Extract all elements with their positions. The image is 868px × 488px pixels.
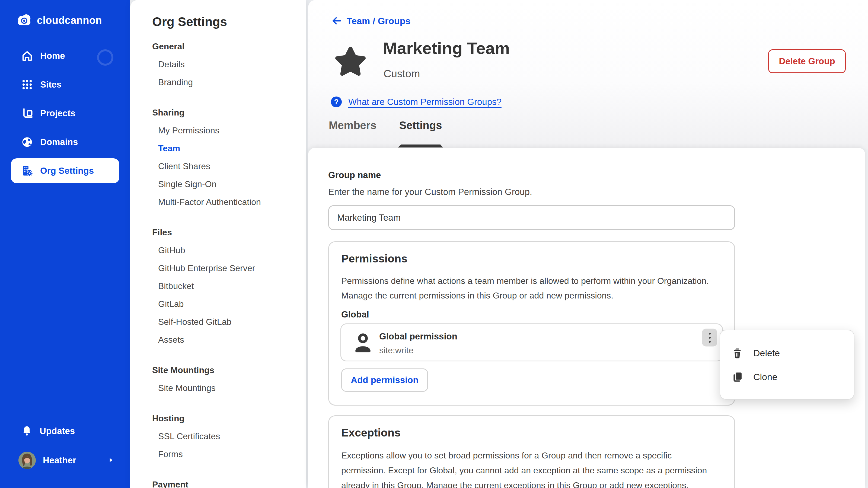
nav-item-multi-factor-authentication[interactable]: Multi-Factor Authentication	[130, 193, 306, 211]
sidebar-item-projects[interactable]: Projects	[11, 101, 119, 126]
brand-name: cloudcannon	[37, 14, 102, 26]
cloudcannon-logo-icon	[16, 12, 33, 29]
nav-item-forms[interactable]: Forms	[130, 445, 306, 463]
group-type-label: Custom	[383, 68, 420, 80]
sidebar-item-label: Domains	[40, 137, 78, 147]
permission-context-menu: Delete Clone	[720, 330, 855, 400]
permissions-panel: Permissions Permissions define what acti…	[328, 241, 735, 405]
bell-icon	[21, 425, 33, 437]
permissions-title: Permissions	[341, 252, 407, 265]
exceptions-title: Exceptions	[341, 426, 401, 439]
nav-section-payment: Payment	[130, 476, 306, 488]
clone-icon	[731, 370, 744, 383]
back-arrow-icon	[331, 15, 342, 27]
projects-icon	[21, 107, 34, 120]
sidebar-item-label: Home	[40, 51, 65, 61]
breadcrumb[interactable]: Team / Groups	[331, 15, 411, 27]
sidebar-item-domains[interactable]: Domains	[11, 130, 119, 155]
nav-item-team[interactable]: Team	[130, 139, 306, 157]
breadcrumb-label: Team / Groups	[347, 16, 411, 26]
nav-item-site-mountings[interactable]: Site Mountings	[130, 379, 306, 397]
nav-section-files: Files GitHub GitHub Enterprise Server Bi…	[130, 223, 306, 349]
nav-item-ssl-certificates[interactable]: SSL Certificates	[130, 427, 306, 445]
permissions-description: Permissions define what actions a team m…	[341, 273, 709, 303]
nav-item-gitlab[interactable]: GitLab	[130, 295, 306, 313]
group-header: Team / Groups Marketing Team Custom Dele…	[308, 0, 868, 149]
sidebar-item-updates[interactable]: Updates	[11, 419, 119, 444]
org-settings-building-gear-icon	[21, 164, 34, 177]
home-icon	[21, 50, 34, 62]
add-permission-button[interactable]: Add permission	[341, 368, 428, 392]
help-link: What are Custom Permission Groups?	[348, 97, 501, 107]
group-name-input[interactable]	[328, 205, 735, 230]
star-icon	[332, 43, 372, 81]
trash-icon	[731, 347, 744, 359]
context-menu-clone[interactable]: Clone	[720, 365, 854, 389]
user-menu[interactable]: Heather	[11, 447, 119, 474]
kebab-menu-button[interactable]	[702, 329, 717, 347]
nav-item-assets[interactable]: Assets	[130, 331, 306, 349]
nav-item-bitbucket[interactable]: Bitbucket	[130, 277, 306, 295]
sidebar-item-sites[interactable]: Sites	[11, 72, 119, 97]
group-name-label: Group name	[328, 170, 381, 180]
user-name: Heather	[43, 455, 76, 465]
tab-members[interactable]: Members	[329, 119, 376, 147]
sidebar-item-label: Projects	[40, 108, 75, 119]
permission-row: Global permission site:write	[340, 323, 723, 361]
nav-item-github-enterprise-server[interactable]: GitHub Enterprise Server	[130, 259, 306, 277]
help-link-row[interactable]: ? What are Custom Permission Groups?	[331, 97, 501, 107]
nav-section-hosting: Hosting SSL Certificates Forms	[130, 410, 306, 463]
org-settings-nav-title: Org Settings	[152, 14, 306, 29]
sites-grid-icon	[21, 78, 34, 91]
nav-item-github[interactable]: GitHub	[130, 241, 306, 259]
nav-item-details[interactable]: Details	[130, 55, 306, 73]
org-settings-nav: Org Settings General Details Branding Sh…	[130, 0, 306, 488]
loading-spinner	[97, 50, 113, 66]
cloudcannon-logo[interactable]: cloudcannon	[16, 12, 102, 29]
main-panel: Team / Groups Marketing Team Custom Dele…	[308, 0, 868, 488]
nav-item-self-hosted-gitlab[interactable]: Self-Hosted GitLab	[130, 313, 306, 331]
permission-name: Global permission	[379, 331, 457, 341]
help-icon: ?	[331, 97, 342, 107]
context-menu-item-label: Delete	[753, 348, 780, 358]
nav-section-site-mountings: Site Mountings Site Mountings	[130, 361, 306, 397]
exceptions-description: Exceptions allow you to set broad permis…	[341, 448, 707, 488]
page-title: Marketing Team	[383, 38, 510, 58]
nav-section-general: General Details Branding	[130, 37, 306, 91]
avatar	[19, 452, 36, 469]
cloudcannon-app: cloudcannon Home Sit	[0, 0, 868, 488]
primary-sidebar: cloudcannon Home Sit	[0, 0, 130, 488]
exceptions-panel: Exceptions Exceptions allow you to set b…	[328, 415, 735, 488]
group-name-description: Enter the name for your Custom Permissio…	[328, 187, 532, 197]
tab-settings[interactable]: Settings	[399, 119, 442, 147]
sidebar-item-label: Updates	[40, 426, 75, 436]
nav-item-client-shares[interactable]: Client Shares	[130, 157, 306, 175]
permission-value: site:write	[379, 346, 413, 355]
sidebar-item-org-settings[interactable]: Org Settings	[11, 158, 119, 183]
person-icon	[351, 331, 375, 355]
nav-item-branding[interactable]: Branding	[130, 73, 306, 91]
group-tabs: Members Settings	[329, 119, 442, 147]
context-menu-delete[interactable]: Delete	[720, 341, 854, 365]
delete-group-button[interactable]: Delete Group	[768, 50, 846, 73]
global-scope-label: Global	[341, 310, 369, 320]
nav-section-sharing: Sharing My Permissions Team Client Share…	[130, 104, 306, 211]
nav-item-single-sign-on[interactable]: Single Sign-On	[130, 175, 306, 193]
chevron-right-icon	[107, 457, 115, 464]
sidebar-item-label: Sites	[40, 79, 62, 90]
domains-globe-icon	[21, 135, 34, 149]
nav-item-my-permissions[interactable]: My Permissions	[130, 122, 306, 139]
settings-tab-content: Group name Enter the name for your Custo…	[308, 148, 865, 488]
context-menu-item-label: Clone	[753, 372, 777, 382]
sidebar-item-label: Org Settings	[40, 166, 94, 176]
